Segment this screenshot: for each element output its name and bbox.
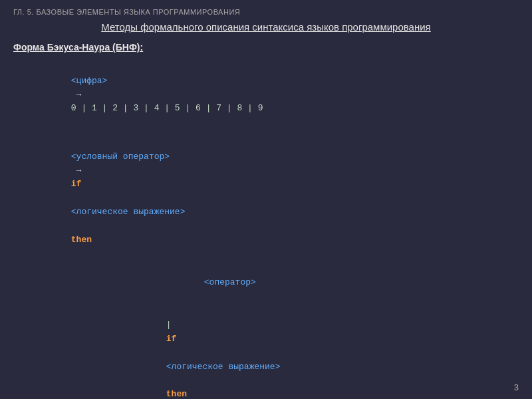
if-kw2: if xyxy=(166,334,177,344)
line2-arrow: → xyxy=(71,166,86,176)
page-number: 3 xyxy=(514,382,519,392)
bnf-title: Форма Бэкуса-Наура (БНФ): xyxy=(13,42,519,53)
space4 xyxy=(166,376,172,386)
chapter-title: Гл. 5. БАЗОВЫЕ ЭЛЕМЕНТЫ ЯЗЫКА ПРОГРАММИР… xyxy=(13,8,519,16)
bnf-line1: <цифра> → 0 | 1 | 2 | 3 | 4 | 5 | 6 | 7 … xyxy=(40,61,519,130)
bnf-line2: <условный оператор> → if <логическое выр… xyxy=(40,136,519,261)
cond-expr2: <логическое выражение> xyxy=(166,362,281,372)
if-kw1: if xyxy=(71,179,82,189)
space1 xyxy=(71,193,76,203)
cond-expr1: <логическое выражение> xyxy=(71,207,186,217)
section-title: Методы формального описания синтаксиса я… xyxy=(13,21,519,33)
space3 xyxy=(166,348,172,358)
then-kw2: then xyxy=(166,389,187,399)
space2 xyxy=(71,221,76,231)
line1-values: 0 | 1 | 2 | 3 | 4 | 5 | 6 | 7 | 8 | 9 xyxy=(71,103,263,113)
pipe: | xyxy=(166,320,177,330)
digit-tag: <цифра> xyxy=(71,76,108,86)
cond-op-tag: <условный оператор> xyxy=(71,152,170,162)
bnf-line3: <оператор> xyxy=(40,262,519,303)
bnf-code-block: <цифра> → 0 | 1 | 2 | 3 | 4 | 5 | 6 | 7 … xyxy=(13,61,519,399)
then-kw1: then xyxy=(71,235,92,245)
bnf-line4: | if <логическое выражение> then xyxy=(40,305,519,399)
op1-tag: <оператор> xyxy=(204,277,256,287)
line1-arrow: → xyxy=(71,90,86,100)
